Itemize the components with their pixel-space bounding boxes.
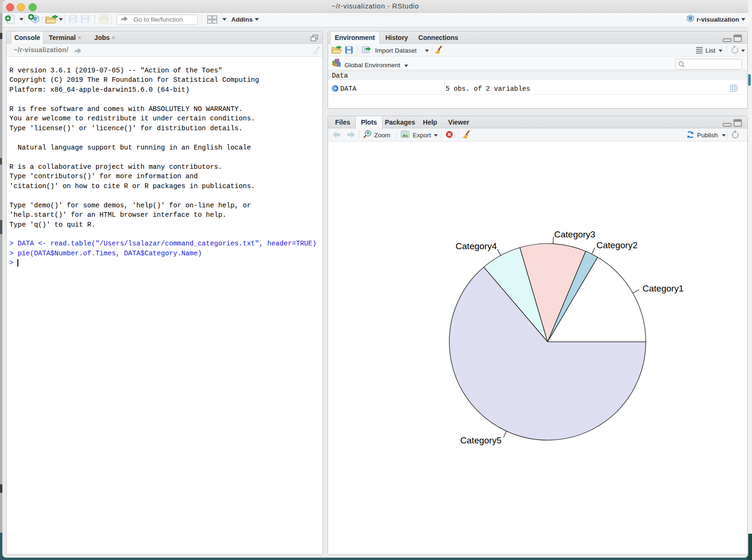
svg-text:DATA: DATA <box>340 85 357 93</box>
svg-text:Global Environment: Global Environment <box>345 62 400 69</box>
svg-text:Category3: Category3 <box>554 229 595 239</box>
svg-text:Category1: Category1 <box>642 284 684 293</box>
svg-text:Go to file/function: Go to file/function <box>133 16 183 23</box>
svg-text:R: R <box>34 16 38 22</box>
svg-text:List: List <box>705 47 715 54</box>
svg-text:Category2: Category2 <box>596 240 638 250</box>
svg-text:5 obs. of 2 variables: 5 obs. of 2 variables <box>446 85 530 93</box>
svg-text:Publish: Publish <box>697 132 718 139</box>
svg-text:Category4: Category4 <box>455 241 497 251</box>
svg-text:R: R <box>689 16 693 21</box>
svg-text:Zoom: Zoom <box>374 132 391 139</box>
svg-text:Addins: Addins <box>231 16 253 23</box>
svg-text:Category5: Category5 <box>460 435 501 445</box>
svg-text:Import Dataset: Import Dataset <box>375 47 417 54</box>
svg-text:Export: Export <box>413 132 431 139</box>
svg-text:r-visualization: r-visualization <box>697 16 739 23</box>
